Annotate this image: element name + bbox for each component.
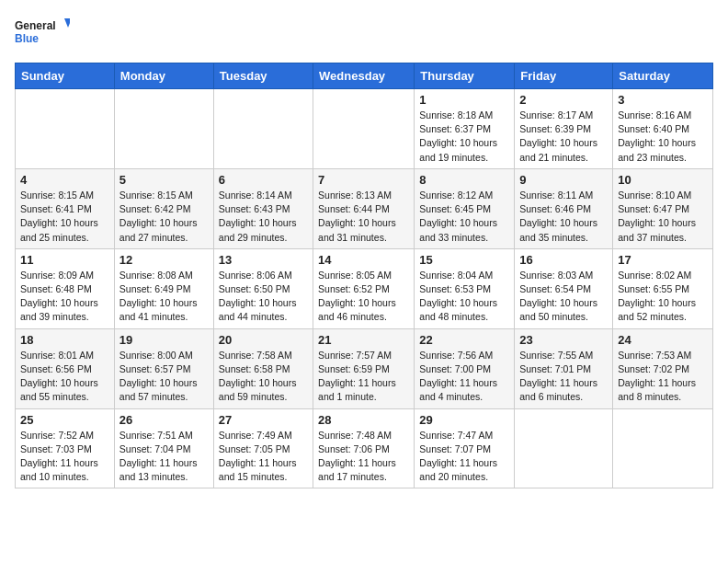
calendar-week-row: 1Sunrise: 8:18 AM Sunset: 6:37 PM Daylig… — [16, 89, 713, 169]
weekday-header-thursday: Thursday — [415, 63, 515, 89]
calendar-cell: 22Sunrise: 7:56 AM Sunset: 7:00 PM Dayli… — [415, 328, 515, 408]
day-number: 16 — [519, 253, 608, 267]
day-number: 14 — [318, 253, 409, 267]
calendar-cell — [16, 89, 115, 169]
day-info: Sunrise: 8:00 AM Sunset: 6:57 PM Dayligh… — [119, 349, 209, 405]
calendar-week-row: 25Sunrise: 7:52 AM Sunset: 7:03 PM Dayli… — [16, 408, 713, 488]
calendar-week-row: 11Sunrise: 8:09 AM Sunset: 6:48 PM Dayli… — [16, 248, 713, 328]
calendar-cell: 20Sunrise: 7:58 AM Sunset: 6:58 PM Dayli… — [213, 328, 313, 408]
day-number: 2 — [519, 93, 608, 107]
day-info: Sunrise: 8:14 AM Sunset: 6:43 PM Dayligh… — [219, 189, 308, 245]
calendar-week-row: 18Sunrise: 8:01 AM Sunset: 6:56 PM Dayli… — [16, 328, 713, 408]
day-info: Sunrise: 8:02 AM Sunset: 6:55 PM Dayligh… — [618, 269, 708, 325]
day-info: Sunrise: 8:06 AM Sunset: 6:50 PM Dayligh… — [219, 269, 308, 325]
calendar-cell: 21Sunrise: 7:57 AM Sunset: 6:59 PM Dayli… — [313, 328, 415, 408]
calendar-cell: 27Sunrise: 7:49 AM Sunset: 7:05 PM Dayli… — [213, 408, 313, 488]
day-number: 11 — [20, 253, 109, 267]
calendar-cell: 29Sunrise: 7:47 AM Sunset: 7:07 PM Dayli… — [415, 408, 515, 488]
calendar-cell: 13Sunrise: 8:06 AM Sunset: 6:50 PM Dayli… — [213, 248, 313, 328]
day-info: Sunrise: 8:03 AM Sunset: 6:54 PM Dayligh… — [519, 269, 608, 325]
day-info: Sunrise: 8:15 AM Sunset: 6:42 PM Dayligh… — [119, 189, 209, 245]
day-info: Sunrise: 7:57 AM Sunset: 6:59 PM Dayligh… — [318, 349, 409, 405]
logo: General Blue — [15, 15, 70, 52]
day-number: 10 — [618, 173, 708, 187]
day-number: 23 — [519, 333, 608, 347]
day-info: Sunrise: 8:15 AM Sunset: 6:41 PM Dayligh… — [20, 189, 109, 245]
calendar-cell — [114, 89, 213, 169]
day-info: Sunrise: 8:11 AM Sunset: 6:46 PM Dayligh… — [519, 189, 608, 245]
calendar-cell: 28Sunrise: 7:48 AM Sunset: 7:06 PM Dayli… — [313, 408, 415, 488]
calendar-cell — [213, 89, 313, 169]
calendar-cell: 19Sunrise: 8:00 AM Sunset: 6:57 PM Dayli… — [114, 328, 213, 408]
calendar-cell: 9Sunrise: 8:11 AM Sunset: 6:46 PM Daylig… — [515, 168, 613, 248]
day-info: Sunrise: 7:48 AM Sunset: 7:06 PM Dayligh… — [318, 429, 409, 485]
day-info: Sunrise: 8:17 AM Sunset: 6:39 PM Dayligh… — [519, 109, 608, 165]
calendar-cell: 1Sunrise: 8:18 AM Sunset: 6:37 PM Daylig… — [415, 89, 515, 169]
day-info: Sunrise: 8:16 AM Sunset: 6:40 PM Dayligh… — [618, 109, 708, 165]
day-info: Sunrise: 7:56 AM Sunset: 7:00 PM Dayligh… — [419, 349, 509, 405]
day-number: 24 — [618, 333, 708, 347]
day-number: 9 — [519, 173, 608, 187]
calendar-cell: 23Sunrise: 7:55 AM Sunset: 7:01 PM Dayli… — [515, 328, 613, 408]
calendar-cell: 5Sunrise: 8:15 AM Sunset: 6:42 PM Daylig… — [114, 168, 213, 248]
day-number: 12 — [119, 253, 209, 267]
day-info: Sunrise: 7:55 AM Sunset: 7:01 PM Dayligh… — [519, 349, 608, 405]
weekday-header-row: SundayMondayTuesdayWednesdayThursdayFrid… — [16, 63, 713, 89]
day-number: 4 — [20, 173, 109, 187]
day-number: 17 — [618, 253, 708, 267]
day-number: 21 — [318, 333, 409, 347]
day-info: Sunrise: 8:05 AM Sunset: 6:52 PM Dayligh… — [318, 269, 409, 325]
calendar-cell — [515, 408, 613, 488]
calendar-cell: 25Sunrise: 7:52 AM Sunset: 7:03 PM Dayli… — [16, 408, 115, 488]
day-number: 19 — [119, 333, 209, 347]
calendar-cell: 18Sunrise: 8:01 AM Sunset: 6:56 PM Dayli… — [16, 328, 115, 408]
weekday-header-wednesday: Wednesday — [313, 63, 415, 89]
weekday-header-friday: Friday — [515, 63, 613, 89]
day-info: Sunrise: 7:51 AM Sunset: 7:04 PM Dayligh… — [119, 429, 209, 485]
weekday-header-saturday: Saturday — [613, 63, 713, 89]
generalblue-logo-icon: General Blue — [15, 15, 70, 52]
calendar-cell: 12Sunrise: 8:08 AM Sunset: 6:49 PM Dayli… — [114, 248, 213, 328]
day-number: 13 — [219, 253, 308, 267]
day-info: Sunrise: 7:53 AM Sunset: 7:02 PM Dayligh… — [618, 349, 708, 405]
calendar-cell: 17Sunrise: 8:02 AM Sunset: 6:55 PM Dayli… — [613, 248, 713, 328]
day-info: Sunrise: 8:08 AM Sunset: 6:49 PM Dayligh… — [119, 269, 209, 325]
day-number: 6 — [219, 173, 308, 187]
day-info: Sunrise: 8:18 AM Sunset: 6:37 PM Dayligh… — [419, 109, 509, 165]
day-number: 26 — [119, 413, 209, 427]
calendar-cell: 10Sunrise: 8:10 AM Sunset: 6:47 PM Dayli… — [613, 168, 713, 248]
calendar-cell: 11Sunrise: 8:09 AM Sunset: 6:48 PM Dayli… — [16, 248, 115, 328]
svg-text:Blue: Blue — [15, 32, 39, 45]
day-number: 7 — [318, 173, 409, 187]
weekday-header-tuesday: Tuesday — [213, 63, 313, 89]
day-number: 8 — [419, 173, 509, 187]
calendar-cell: 26Sunrise: 7:51 AM Sunset: 7:04 PM Dayli… — [114, 408, 213, 488]
calendar-cell: 6Sunrise: 8:14 AM Sunset: 6:43 PM Daylig… — [213, 168, 313, 248]
calendar-cell: 2Sunrise: 8:17 AM Sunset: 6:39 PM Daylig… — [515, 89, 613, 169]
day-number: 25 — [20, 413, 109, 427]
day-info: Sunrise: 7:52 AM Sunset: 7:03 PM Dayligh… — [20, 429, 109, 485]
day-number: 5 — [119, 173, 209, 187]
calendar-cell — [313, 89, 415, 169]
calendar-cell — [613, 408, 713, 488]
day-number: 3 — [618, 93, 708, 107]
day-number: 28 — [318, 413, 409, 427]
calendar-cell: 7Sunrise: 8:13 AM Sunset: 6:44 PM Daylig… — [313, 168, 415, 248]
day-info: Sunrise: 8:12 AM Sunset: 6:45 PM Dayligh… — [419, 189, 509, 245]
day-number: 20 — [219, 333, 308, 347]
calendar-table: SundayMondayTuesdayWednesdayThursdayFrid… — [15, 63, 713, 488]
day-info: Sunrise: 7:58 AM Sunset: 6:58 PM Dayligh… — [219, 349, 308, 405]
day-number: 1 — [419, 93, 509, 107]
calendar-cell: 24Sunrise: 7:53 AM Sunset: 7:02 PM Dayli… — [613, 328, 713, 408]
calendar-cell: 16Sunrise: 8:03 AM Sunset: 6:54 PM Dayli… — [515, 248, 613, 328]
day-info: Sunrise: 7:47 AM Sunset: 7:07 PM Dayligh… — [419, 429, 509, 485]
weekday-header-sunday: Sunday — [16, 63, 115, 89]
header: General Blue — [15, 15, 713, 52]
day-number: 29 — [419, 413, 509, 427]
day-number: 22 — [419, 333, 509, 347]
day-number: 18 — [20, 333, 109, 347]
calendar-week-row: 4Sunrise: 8:15 AM Sunset: 6:41 PM Daylig… — [16, 168, 713, 248]
calendar-cell: 4Sunrise: 8:15 AM Sunset: 6:41 PM Daylig… — [16, 168, 115, 248]
svg-text:General: General — [15, 19, 56, 32]
calendar-cell: 3Sunrise: 8:16 AM Sunset: 6:40 PM Daylig… — [613, 89, 713, 169]
